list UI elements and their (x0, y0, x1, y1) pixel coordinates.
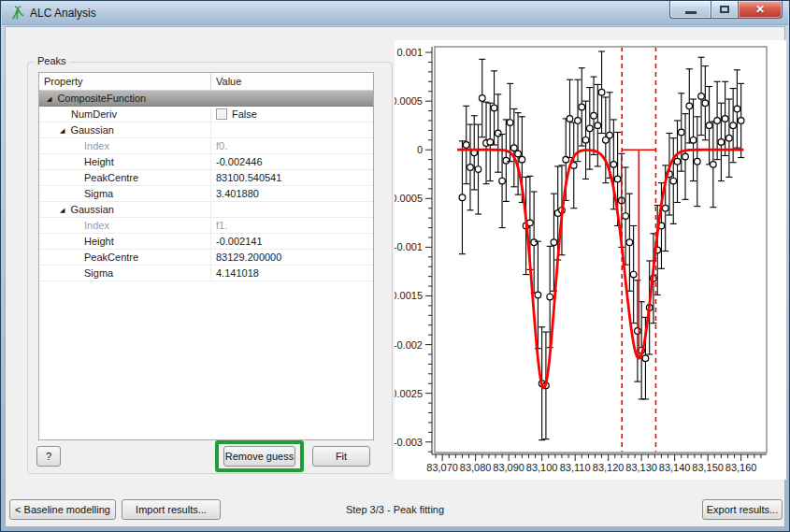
window-controls: ✕ (669, 1, 783, 19)
data-point (670, 178, 677, 184)
data-point (630, 271, 637, 278)
data-point (626, 239, 633, 246)
property-row[interactable]: NumDerivFalse (39, 107, 373, 122)
property-table-header: Property Value (39, 73, 373, 91)
y-tick-label: 0 (417, 144, 423, 155)
fit-button[interactable]: Fit (312, 446, 370, 467)
data-point (702, 100, 709, 107)
data-point (718, 139, 725, 146)
window-title: ALC Analysis (30, 7, 96, 20)
data-point (519, 156, 525, 163)
data-point (686, 103, 693, 109)
data-point (491, 105, 497, 111)
property-value[interactable]: 83129.200000 (216, 250, 281, 265)
data-point (479, 95, 485, 102)
data-point (662, 205, 668, 211)
property-name: Index (84, 218, 109, 233)
property-value[interactable]: f0. (216, 138, 227, 153)
property-value[interactable]: 3.401880 (216, 186, 259, 201)
data-point (598, 89, 605, 95)
data-point (682, 153, 689, 160)
peaks-group-label: Peaks (34, 55, 70, 66)
maximize-button[interactable] (711, 1, 739, 19)
property-value[interactable]: -0.002446 (216, 154, 263, 169)
property-value[interactable]: False (232, 107, 257, 122)
dialog-body: Peaks Property Value ◢CompositeFunctionN… (5, 26, 785, 527)
data-point (711, 162, 717, 168)
property-value[interactable]: 83100.540541 (216, 170, 281, 185)
data-point (623, 213, 629, 220)
property-row[interactable]: Sigma4.141018 (39, 266, 373, 281)
data-point (642, 355, 649, 362)
help-button[interactable]: ? (36, 446, 61, 467)
data-point (586, 125, 593, 132)
data-point (614, 176, 621, 182)
data-point (678, 129, 684, 136)
property-value[interactable]: f1. (216, 218, 227, 233)
data-point (734, 106, 740, 112)
x-tick-label: 83,150 (692, 462, 724, 473)
property-row[interactable]: Indexf1. (39, 218, 373, 234)
data-point (475, 166, 481, 173)
x-tick-label: 83,130 (625, 462, 657, 473)
x-tick-label: 83,160 (725, 462, 757, 473)
x-tick-label: 83,120 (593, 462, 625, 473)
export-results-button[interactable]: Export results... (702, 499, 783, 520)
peak-fitting-plot: 0.0010.00050-0.0005-0.001-0.0015-0.002-0… (395, 40, 786, 480)
x-tick-label: 83,140 (659, 462, 691, 473)
expander-icon[interactable]: ◢ (47, 95, 51, 102)
x-tick-label: 83,110 (560, 462, 591, 473)
property-value[interactable]: -0.002141 (216, 234, 263, 249)
data-point (591, 112, 597, 119)
x-tick-label: 83,100 (526, 462, 558, 473)
property-name: NumDeriv (71, 107, 117, 122)
data-point (579, 104, 585, 110)
property-row[interactable]: PeakCentre83100.540541 (39, 170, 373, 186)
property-row[interactable]: Sigma3.401880 (39, 186, 373, 202)
data-point (730, 122, 737, 129)
y-tick-label: -0.0025 (395, 388, 423, 399)
y-tick-label: 0.0005 (395, 95, 423, 107)
property-row[interactable]: ◢CompositeFunction (39, 91, 373, 107)
data-point (535, 292, 541, 298)
close-button[interactable]: ✕ (739, 1, 783, 19)
y-tick-label: -0.001 (395, 241, 423, 252)
data-point (515, 151, 522, 157)
column-header-property[interactable]: Property (39, 73, 211, 90)
property-row[interactable]: Indexf0. (39, 138, 373, 154)
data-point (487, 139, 494, 146)
property-name: Sigma (84, 266, 113, 280)
property-row[interactable]: PeakCentre83129.200000 (39, 250, 373, 266)
data-point (674, 158, 681, 165)
property-row[interactable]: Height-0.002446 (39, 154, 373, 170)
minimize-button[interactable] (669, 1, 711, 19)
minimize-icon (685, 11, 697, 14)
x-tick-label: 83,090 (493, 462, 524, 473)
expander-icon[interactable]: ◢ (60, 127, 65, 134)
remove-guess-button[interactable]: Remove guess (223, 446, 295, 467)
x-tick-label: 83,070 (426, 462, 458, 473)
y-tick-label: -0.002 (395, 339, 423, 351)
alc-analysis-window: ALC Analysis ✕ Peaks Property Value ◢Com… (0, 0, 790, 532)
mantid-app-icon (10, 6, 25, 21)
property-row[interactable]: ◢Gaussian (39, 202, 373, 218)
expander-icon[interactable]: ◢ (60, 207, 65, 213)
data-point (496, 130, 502, 137)
data-point (722, 116, 728, 122)
property-value[interactable]: 4.141018 (216, 266, 259, 280)
data-point (595, 122, 601, 129)
property-name: Height (84, 154, 114, 169)
property-table: Property Value ◢CompositeFunctionNumDeri… (38, 72, 374, 440)
peaks-groupbox: Peaks Property Value ◢CompositeFunctionN… (27, 62, 393, 474)
column-header-value[interactable]: Value (211, 73, 373, 90)
property-row[interactable]: ◢Gaussian (39, 122, 373, 138)
data-point (738, 118, 744, 124)
close-icon: ✕ (739, 3, 782, 16)
plot-svg: 0.0010.00050-0.0005-0.001-0.0015-0.002-0… (395, 40, 786, 480)
property-row[interactable]: Height-0.002141 (39, 234, 373, 250)
title-bar[interactable]: ALC Analysis ✕ (2, 1, 788, 25)
y-tick-label: -0.0005 (395, 193, 423, 204)
numderiv-checkbox[interactable] (216, 108, 227, 120)
property-name: Gaussian (70, 202, 113, 217)
data-point (698, 93, 705, 100)
